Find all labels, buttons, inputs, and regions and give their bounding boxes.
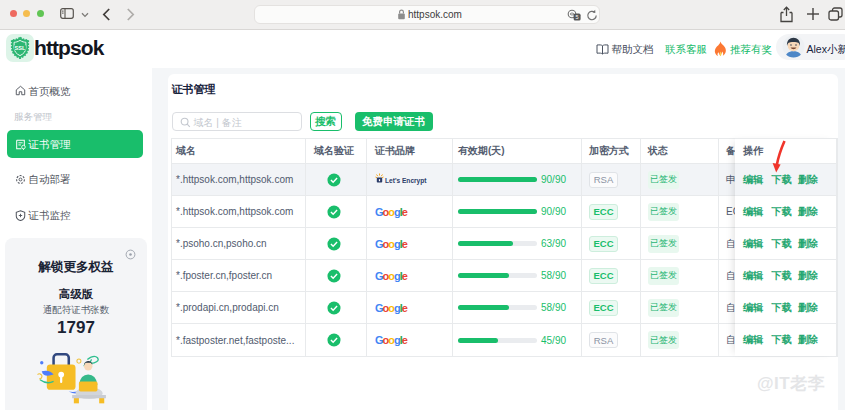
svg-text:SSL: SSL [15, 45, 26, 51]
svg-text:Let's Encrypt: Let's Encrypt [385, 177, 427, 185]
svg-text:5: 5 [576, 14, 579, 20]
